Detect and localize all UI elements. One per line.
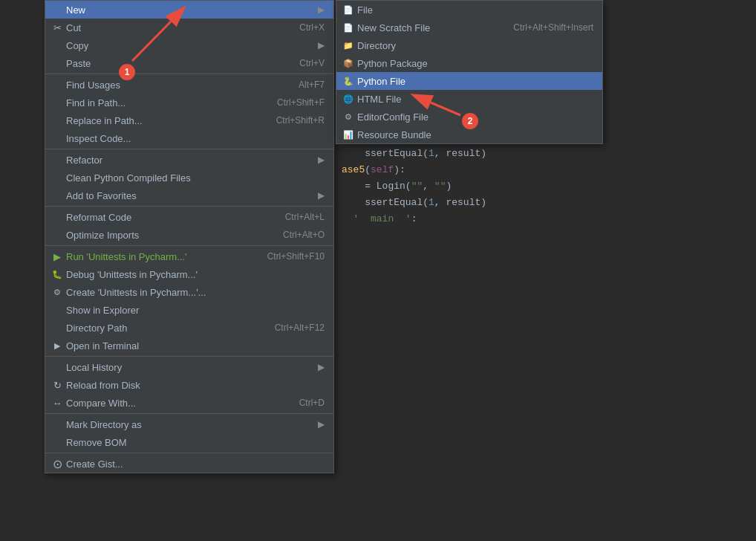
context-menu-left: New ▶ ✂ Cut Ctrl+X Copy ▶ Paste Ctrl+V F… <box>45 0 334 473</box>
refactor-label: Refactor <box>66 155 318 166</box>
gist-icon: ⊙ <box>51 458 63 470</box>
menu-item-reformat[interactable]: Reformat Code Ctrl+Alt+L <box>45 208 333 226</box>
submenu-arrow-new: ▶ <box>318 4 325 15</box>
menu-item-show-explorer[interactable]: Show in Explorer <box>45 301 333 319</box>
reformat-shortcut: Ctrl+Alt+L <box>285 212 325 222</box>
submenu-arrow-history: ▶ <box>318 362 325 372</box>
menu-item-mark-dir[interactable]: Mark Directory as ▶ <box>45 415 333 433</box>
python-package-icon: 📦 <box>342 57 354 69</box>
terminal-icon: ▶ <box>51 340 63 352</box>
submenu-arrow-refactor: ▶ <box>318 155 325 165</box>
menu-item-cut-label: Cut <box>66 22 284 33</box>
menu-item-remove-bom[interactable]: Remove BOM <box>45 433 333 451</box>
menu-item-clean-python[interactable]: Clean Python Compiled Files <box>45 169 333 187</box>
remove-bom-label: Remove BOM <box>66 437 325 448</box>
new-scratch-shortcut: Ctrl+Alt+Shift+Insert <box>513 22 593 33</box>
resource-bundle-label: Resource Bundle <box>357 129 593 140</box>
editorconfig-icon: ⚙ <box>342 111 354 123</box>
reformat-label: Reformat Code <box>66 212 270 223</box>
menu-item-debug[interactable]: 🐛 Debug 'Unittests in Pycharm...' <box>45 265 333 283</box>
badge-1: 1 <box>119 64 135 80</box>
scratch-icon: 📄 <box>342 22 354 33</box>
cut-icon: ✂ <box>51 22 63 33</box>
menu-item-replace-in-path[interactable]: Replace in Path... Ctrl+Shift+R <box>45 111 333 129</box>
add-favorites-label: Add to Favorites <box>66 190 318 201</box>
file-label: File <box>357 4 593 16</box>
separator-7 <box>45 453 333 453</box>
menu-item-local-history[interactable]: Local History ▶ <box>45 358 333 376</box>
run-label: Run 'Unittests in Pycharm...' <box>66 251 252 262</box>
replace-in-path-shortcut: Ctrl+Shift+R <box>276 115 325 126</box>
create-label: Create 'Unittests in Pycharm...'... <box>66 287 325 298</box>
directory-path-label: Directory Path <box>66 323 260 334</box>
menu-item-new[interactable]: New ▶ <box>45 1 333 19</box>
menu-item-create-gist[interactable]: ⊙ Create Gist... <box>45 455 333 473</box>
find-in-path-shortcut: Ctrl+Shift+F <box>277 97 325 108</box>
separator-3 <box>45 206 333 207</box>
menu-item-run[interactable]: ▶ Run 'Unittests in Pycharm...' Ctrl+Shi… <box>45 247 333 265</box>
menu-item-inspect-code[interactable]: Inspect Code... <box>45 129 333 147</box>
menu-item-create[interactable]: ⚙ Create 'Unittests in Pycharm...'... <box>45 283 333 301</box>
submenu-arrow-copy: ▶ <box>318 40 325 51</box>
menu-item-file[interactable]: 📄 File <box>336 1 602 19</box>
menu-item-new-scratch[interactable]: 📄 New Scratch File Ctrl+Alt+Shift+Insert <box>336 19 602 36</box>
create-icon: ⚙ <box>51 286 63 298</box>
separator-2 <box>45 149 333 149</box>
menu-item-find-usages[interactable]: Find Usages Alt+F7 <box>45 76 333 94</box>
optimize-label: Optimize Imports <box>66 230 268 241</box>
find-in-path-label: Find in Path... <box>66 97 262 108</box>
find-usages-shortcut: Alt+F7 <box>299 80 325 90</box>
clean-python-label: Clean Python Compiled Files <box>66 172 325 184</box>
submenu-arrow-mark: ▶ <box>318 419 325 430</box>
run-shortcut: Ctrl+Shift+F10 <box>267 251 325 262</box>
separator-4 <box>45 245 333 246</box>
find-usages-label: Find Usages <box>66 80 284 91</box>
menu-item-add-favorites[interactable]: Add to Favorites ▶ <box>45 187 333 204</box>
html-file-icon: 🌐 <box>342 93 354 105</box>
new-scratch-label: New Scratch File <box>357 22 498 33</box>
menu-item-paste[interactable]: Paste Ctrl+V <box>45 54 333 72</box>
directory-icon: 📁 <box>342 39 354 51</box>
directory-path-shortcut: Ctrl+Alt+F12 <box>275 323 325 333</box>
replace-in-path-label: Replace in Path... <box>66 115 261 126</box>
local-history-label: Local History <box>66 362 318 373</box>
menu-item-copy[interactable]: Copy ▶ <box>45 36 333 54</box>
inspect-code-label: Inspect Code... <box>66 133 325 144</box>
file-icon: 📄 <box>342 4 354 16</box>
menu-item-new-label: New <box>66 4 318 16</box>
reload-icon: ↻ <box>51 379 63 391</box>
separator-6 <box>45 413 333 414</box>
debug-icon: 🐛 <box>51 268 63 280</box>
menu-item-directory-path[interactable]: Directory Path Ctrl+Alt+F12 <box>45 319 333 337</box>
menu-item-paste-label: Paste <box>66 58 284 69</box>
menu-item-python-file[interactable]: 🐍 Python File <box>336 72 602 90</box>
menu-item-open-terminal[interactable]: ▶ Open in Terminal <box>45 337 333 354</box>
reload-label: Reload from Disk <box>66 380 325 391</box>
menu-item-python-package[interactable]: 📦 Python Package <box>336 54 602 72</box>
debug-label: Debug 'Unittests in Pycharm...' <box>66 269 325 280</box>
menu-item-html-file[interactable]: 🌐 HTML File <box>336 90 602 108</box>
menu-item-optimize[interactable]: Optimize Imports Ctrl+Alt+O <box>45 226 333 244</box>
menu-item-refactor[interactable]: Refactor ▶ <box>45 151 333 169</box>
python-file-icon: 🐍 <box>342 75 354 87</box>
menu-item-cut[interactable]: ✂ Cut Ctrl+X <box>45 19 333 36</box>
badge-2: 2 <box>462 113 478 129</box>
separator-1 <box>45 74 333 74</box>
open-terminal-label: Open in Terminal <box>66 340 325 352</box>
submenu-arrow-favorites: ▶ <box>318 190 325 201</box>
separator-5 <box>45 356 333 357</box>
menu-item-reload[interactable]: ↻ Reload from Disk <box>45 376 333 394</box>
menu-item-find-in-path[interactable]: Find in Path... Ctrl+Shift+F <box>45 94 333 111</box>
run-icon: ▶ <box>51 250 63 262</box>
python-file-label: Python File <box>357 76 593 87</box>
directory-label: Directory <box>357 40 593 51</box>
resource-bundle-icon: 📊 <box>342 129 354 140</box>
create-gist-label: Create Gist... <box>66 459 325 470</box>
menu-item-directory[interactable]: 📁 Directory <box>336 36 602 54</box>
optimize-shortcut: Ctrl+Alt+O <box>283 230 325 240</box>
compare-label: Compare With... <box>66 398 284 409</box>
html-file-label: HTML File <box>357 94 593 105</box>
menu-item-compare[interactable]: ↔ Compare With... Ctrl+D <box>45 394 333 412</box>
python-package-label: Python Package <box>357 58 593 69</box>
paste-shortcut: Ctrl+V <box>299 58 325 68</box>
